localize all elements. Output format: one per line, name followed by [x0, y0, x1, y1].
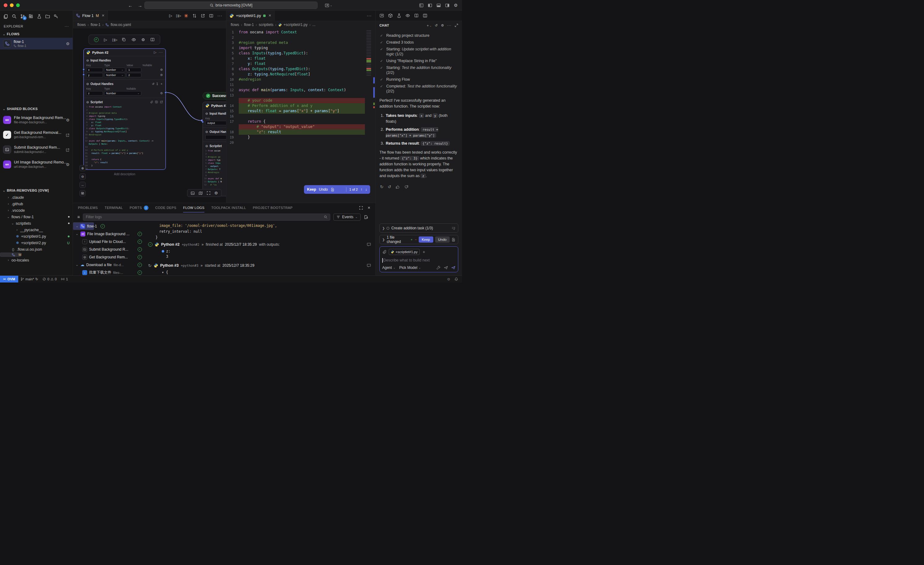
eye-icon[interactable]	[131, 37, 136, 42]
log-tree-item[interactable]: ⌄ ☁ Download a filefile-d... ✓	[73, 261, 144, 268]
tools-icon[interactable]	[436, 265, 441, 270]
shared-block-item[interactable]: BR Url Image Background Remo... url-imag…	[0, 157, 73, 172]
maximize-panel-icon[interactable]	[359, 206, 363, 210]
chat-input-box[interactable]: +scriptlet#1.py ＋ Describe what to build…	[380, 246, 458, 272]
flow-list-item[interactable]: flow-1 flow-1 ⚙	[0, 38, 73, 49]
node-header[interactable]: Python #2 ▷···	[84, 49, 165, 56]
close-tab-icon[interactable]: ✕	[268, 13, 271, 18]
scriptlet-mini-editor[interactable]: 1from oocan23#region ge4import typ5class…	[203, 149, 226, 186]
key-field[interactable]: z	[86, 91, 103, 96]
zoom-out-icon[interactable]: ⊖	[80, 173, 86, 180]
gear-icon[interactable]: ⚙	[160, 68, 163, 71]
customize-layout-icon[interactable]	[419, 3, 424, 8]
log-tree-item[interactable]: Submit Background R... ✓	[73, 246, 144, 253]
collapse-icon[interactable]: ⊖	[206, 144, 208, 148]
gear-icon[interactable]: ⚙	[441, 24, 444, 27]
send-button[interactable]	[451, 265, 456, 270]
tab-project-bootstrap[interactable]: PROJECT BOOTSTRAP	[253, 203, 292, 212]
reset-icon[interactable]: ↺	[152, 82, 154, 85]
undo-button[interactable]: Undo	[319, 187, 328, 192]
output-handle-dot[interactable]	[165, 91, 166, 94]
explorer-more-icon[interactable]: ···	[64, 24, 69, 28]
minimap-icon[interactable]	[190, 191, 195, 195]
collapse-icon[interactable]: ⊖	[206, 130, 208, 133]
next-change-icon[interactable]: ↓	[365, 187, 367, 192]
starburst-icon[interactable]	[184, 13, 188, 18]
flow-node-python-3[interactable]: Python #3 ⊖Input Handles Key output ⊖Out…	[202, 102, 226, 196]
external-link-icon[interactable]	[66, 147, 70, 152]
open-editor-icon[interactable]	[380, 13, 384, 18]
log-tree-item[interactable]: ⌄ flow-1flow-1 ✓	[73, 222, 94, 230]
section-flows[interactable]: ⌄ FLOWS	[0, 30, 73, 38]
node-description-placeholder[interactable]: Add description	[99, 172, 150, 176]
log-tree-item[interactable]: ◎ Get Background Rem... ✓	[73, 253, 144, 261]
log-entry[interactable]: ↻ Python #3 +python#3 » started at 2025/…	[148, 261, 375, 270]
tree-item-selected[interactable]: flow.oo.yamlM	[0, 253, 21, 257]
split-view-icon[interactable]	[155, 100, 158, 103]
flow-canvas[interactable]: ✓ ▷ ▷▷ ⚙ Python #2	[73, 28, 226, 203]
collapse-icon[interactable]: ⊖	[86, 100, 89, 104]
explorer-icon[interactable]	[3, 14, 8, 19]
run-icon[interactable]: ▷	[169, 13, 172, 18]
node-header[interactable]: Python #3	[203, 102, 226, 109]
file-diff-icon[interactable]	[452, 238, 456, 242]
prev-change-icon[interactable]: ↑	[361, 187, 362, 192]
gear-icon[interactable]: ⚙	[160, 91, 163, 95]
overview-ruler[interactable]	[373, 28, 375, 203]
open-external-icon[interactable]	[160, 100, 163, 103]
tab-scriptlet1[interactable]: +scriptlet#1.py ✕	[226, 10, 274, 21]
chat-input-field[interactable]: Describe what to build next	[382, 257, 456, 264]
agent-mode-dropdown[interactable]: Agent⌄	[382, 265, 396, 270]
files-changed-row[interactable]: ❯ 1 file changed ＋ − Keep Undo	[380, 235, 458, 244]
split-view-icon[interactable]	[150, 37, 154, 42]
gear-icon[interactable]: ⚙	[66, 41, 70, 46]
gear-icon[interactable]: ⚙	[214, 191, 218, 195]
comment-icon[interactable]	[367, 263, 371, 268]
gear-icon[interactable]: ⚙	[66, 162, 70, 167]
tab-problems[interactable]: PROBLEMS	[78, 203, 98, 212]
tree-item[interactable]: ⌄scriptlets	[0, 220, 73, 226]
problems-item[interactable]: 0 ⚠ 0	[40, 276, 59, 283]
fit-view-icon[interactable]: ↔	[80, 182, 86, 188]
tree-item[interactable]: ›__pycache__	[0, 226, 73, 233]
log-entry[interactable]: ✓ Python #2 +python#2 » finished at 2025…	[148, 240, 375, 249]
send-alt-icon[interactable]	[444, 265, 448, 270]
back-button[interactable]: ←	[128, 3, 133, 8]
split-view-icon[interactable]	[423, 13, 428, 18]
more-actions-icon[interactable]: ···	[367, 13, 372, 18]
value-field[interactable]: 2	[126, 73, 141, 77]
collapse-icon[interactable]: ⊖	[206, 112, 208, 115]
beaker-icon[interactable]	[397, 13, 401, 18]
split-editor-icon[interactable]	[209, 13, 213, 18]
type-select[interactable]: Number⌄	[104, 73, 125, 77]
zoom-in-icon[interactable]: ⊕	[80, 165, 86, 171]
type-select[interactable]: Number⌄	[104, 91, 141, 96]
toggle-sidebar-icon[interactable]	[428, 3, 432, 8]
tree-item[interactable]: ›.vscode	[0, 207, 73, 214]
tab-flow-logs[interactable]: FLOW LOGS	[183, 203, 204, 212]
comment-icon[interactable]	[367, 242, 371, 247]
history-icon[interactable]: ↺	[435, 24, 438, 27]
code-editor[interactable]: 1from oocana import Context23#region gen…	[226, 28, 375, 203]
open-new-window-icon[interactable]	[325, 3, 329, 8]
flow-log-output[interactable]: image_file: '/oomol-driver/oomol-storage…	[144, 222, 375, 276]
model-picker-dropdown[interactable]: Pick Model⌄	[399, 265, 421, 270]
paperclip-icon[interactable]	[150, 100, 153, 103]
new-chat-icon[interactable]: ＋⌄	[426, 23, 432, 28]
tab-ports[interactable]: PORTS1	[130, 203, 148, 212]
add-context-icon[interactable]: ＋	[422, 249, 426, 255]
filter-logs-input[interactable]	[86, 215, 324, 219]
log-list-icon[interactable]: ≡	[77, 214, 80, 219]
run-all-icon[interactable]: ▷▷	[112, 37, 116, 42]
undo-all-button[interactable]: Undo	[435, 237, 450, 243]
keep-button[interactable]: Keep	[307, 187, 316, 192]
tree-item[interactable]: ›oo-locales	[0, 257, 73, 263]
chevron-down-icon[interactable]: ⌄	[330, 4, 332, 7]
tree-item[interactable]: ⊕+scriptlet#1.py	[0, 233, 73, 240]
events-dropdown[interactable]: Events ⌄	[333, 214, 361, 221]
log-expand-line[interactable]: ▾ {	[148, 270, 375, 276]
more-icon[interactable]: ···	[447, 24, 452, 27]
shared-block-item[interactable]: ✓ Get Background Removal... get-backgrou…	[0, 127, 73, 142]
run-node-icon[interactable]: ▷	[154, 50, 156, 54]
source-control-icon[interactable]: 4	[20, 14, 25, 19]
